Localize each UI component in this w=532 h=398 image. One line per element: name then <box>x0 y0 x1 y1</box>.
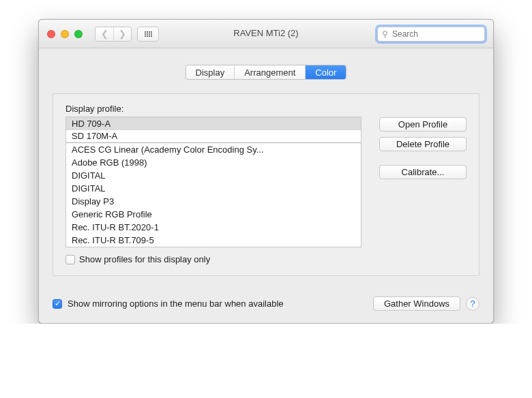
minimize-window-button[interactable] <box>61 30 69 38</box>
panel-left: Display profile: HD 709-A SD 170M-A ACES… <box>65 104 361 264</box>
list-item[interactable]: Generic RGB Profile <box>66 208 361 221</box>
grid-icon <box>145 31 152 37</box>
color-panel: Display profile: HD 709-A SD 170M-A ACES… <box>53 93 479 276</box>
tab-arrangement[interactable]: Arrangement <box>234 65 305 79</box>
tabs: Display Arrangement Color <box>186 65 347 80</box>
help-button[interactable]: ? <box>466 297 479 311</box>
show-only-this-display-row: Show profiles for this display only <box>65 254 361 264</box>
delete-profile-button[interactable]: Delete Profile <box>379 137 467 151</box>
show-mirroring-label: Show mirroring options in the menu bar w… <box>68 298 284 309</box>
zoom-window-button[interactable] <box>74 30 83 38</box>
list-item[interactable]: Rec. ITU-R BT.709-5 <box>66 234 361 247</box>
help-icon: ? <box>470 298 475 309</box>
list-item[interactable]: HD 709-A <box>66 117 361 130</box>
footer: ✓ Show mirroring options in the menu bar… <box>39 286 493 323</box>
tab-display[interactable]: Display <box>186 65 235 79</box>
back-button[interactable]: ❮ <box>95 27 113 41</box>
search-icon: ⚲ <box>382 29 388 39</box>
list-item[interactable]: DIGITAL <box>66 182 361 195</box>
show-only-this-display-checkbox[interactable] <box>65 255 75 264</box>
list-item[interactable]: DIGITAL <box>66 169 361 182</box>
open-profile-button[interactable]: Open Profile <box>379 117 467 132</box>
show-mirroring-checkbox[interactable]: ✓ <box>53 299 62 309</box>
tab-color[interactable]: Color <box>305 65 346 79</box>
panel-columns: Display profile: HD 709-A SD 170M-A ACES… <box>65 104 467 264</box>
list-item[interactable]: Display P3 <box>66 195 361 208</box>
close-window-button[interactable] <box>47 30 55 38</box>
gather-windows-button[interactable]: Gather Windows <box>373 296 460 311</box>
toolbar-nav: ❮ ❯ <box>95 27 159 42</box>
list-item[interactable]: ACES CG Linear (Academy Color Encoding S… <box>66 143 361 156</box>
window-controls <box>39 30 83 38</box>
forward-button[interactable]: ❯ <box>113 27 131 41</box>
tabs-row: Display Arrangement Color <box>53 54 479 93</box>
display-profile-list[interactable]: HD 709-A SD 170M-A ACES CG Linear (Acade… <box>65 117 361 247</box>
search-input[interactable] <box>391 29 480 40</box>
titlebar: ❮ ❯ RAVEN MTi2 (2) ⚲ <box>39 20 493 48</box>
show-only-this-display-label: Show profiles for this display only <box>79 254 210 264</box>
search-field-wrap[interactable]: ⚲ <box>377 27 485 42</box>
spacer <box>379 157 467 159</box>
back-forward-segment: ❮ ❯ <box>95 27 132 42</box>
displays-pref-window: ❮ ❯ RAVEN MTi2 (2) ⚲ <box>38 19 494 324</box>
show-all-button[interactable] <box>138 27 158 41</box>
window-body: Display Arrangement Color Display profil… <box>39 48 493 286</box>
calibrate-button[interactable]: Calibrate... <box>379 165 467 179</box>
list-item[interactable]: SD 170M-A <box>66 130 361 143</box>
list-item[interactable]: Adobe RGB (1998) <box>66 156 361 169</box>
chevron-right-icon: ❯ <box>119 29 126 39</box>
show-all-segment <box>137 27 159 42</box>
display-profile-label: Display profile: <box>65 104 361 114</box>
list-item[interactable]: Rec. ITU-R BT.2020-1 <box>66 221 361 234</box>
chevron-left-icon: ❮ <box>101 29 108 39</box>
panel-right: Open Profile Delete Profile Calibrate... <box>379 117 467 179</box>
